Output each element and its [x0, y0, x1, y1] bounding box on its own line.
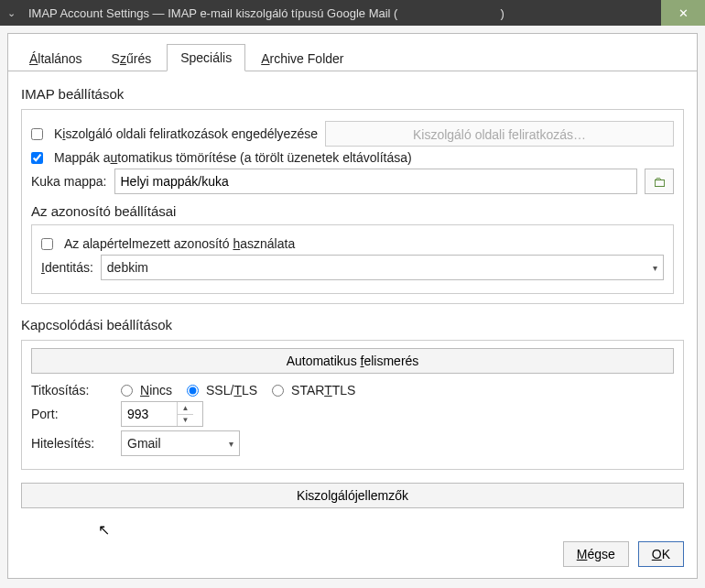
folder-icon: 🗀: [653, 174, 667, 190]
button-server-subscriptions: Kiszolgáló oldali feliratkozás…: [325, 121, 674, 147]
combo-auth[interactable]: Gmail ▾: [121, 430, 240, 456]
tab-special[interactable]: Speciális: [167, 44, 245, 71]
content-area: IMAP beállítások Kiszolgáló oldali felir…: [8, 71, 697, 508]
cursor-icon: ↖: [98, 521, 110, 539]
label-server-subscriptions: Kiszolgáló oldali feliratkozások engedél…: [54, 126, 318, 141]
window-title: IMAP Account Settings — IMAP e-mail kisz…: [25, 6, 661, 20]
chevron-down-icon: ▾: [229, 439, 233, 449]
port-down-icon[interactable]: ▼: [178, 415, 193, 427]
checkbox-use-default-identity[interactable]: [41, 238, 53, 250]
label-use-default-identity: Az alapértelmezett azonosító használata: [64, 236, 295, 251]
tab-bar: Általános Szűrés Speciális Archive Folde…: [8, 34, 697, 71]
input-port-field[interactable]: [122, 402, 177, 426]
radio-ssl-label[interactable]: SSL/TLS: [187, 383, 257, 397]
input-port[interactable]: ▲ ▼: [121, 401, 203, 427]
radio-starttls-label[interactable]: STARTTLS: [272, 383, 355, 397]
tab-archive[interactable]: Archive Folder: [247, 45, 357, 71]
port-up-icon[interactable]: ▲: [178, 402, 193, 415]
radio-none-label[interactable]: Nincs: [121, 383, 172, 397]
identity-heading: Az azonosító beállításai: [31, 203, 674, 219]
combo-identity[interactable]: debkim ▾: [101, 255, 664, 280]
checkbox-server-subscriptions[interactable]: [31, 128, 43, 140]
label-encryption: Titkosítás:: [31, 383, 114, 397]
radio-starttls[interactable]: [272, 385, 284, 397]
tab-general[interactable]: Általános: [16, 45, 96, 71]
button-browse-folder[interactable]: 🗀: [645, 169, 674, 194]
label-auth: Hitelesítés:: [31, 436, 114, 451]
radio-none[interactable]: [121, 385, 133, 397]
chevron-down-icon: ▾: [653, 263, 657, 273]
connection-heading: Kapcsolódási beállítások: [21, 317, 684, 332]
dialog-footer: Mégse OK: [563, 541, 684, 567]
close-button[interactable]: ✕: [661, 0, 705, 26]
connection-group: Automatikus felismerés Titkosítás: Nincs…: [21, 340, 684, 470]
dialog-window: Általános Szűrés Speciális Archive Folde…: [7, 33, 698, 579]
titlebar: ⌄ IMAP Account Settings — IMAP e-mail ki…: [0, 0, 705, 26]
identity-group: Az alapértelmezett azonosító használata …: [31, 224, 674, 294]
port-spinner-arrows[interactable]: ▲ ▼: [177, 402, 193, 426]
label-identity: Identitás:: [41, 260, 93, 275]
tab-filter[interactable]: Szűrés: [98, 45, 166, 71]
button-autodetect[interactable]: Automatikus felismerés: [31, 348, 674, 374]
button-server-features[interactable]: Kiszolgálójellemzők: [21, 483, 684, 508]
combo-auth-value: Gmail: [127, 436, 161, 451]
input-trash-folder[interactable]: [114, 169, 638, 194]
imap-heading: IMAP beállítások: [21, 86, 684, 102]
ok-button[interactable]: OK: [638, 541, 684, 567]
label-port: Port:: [31, 407, 114, 421]
chevron-down-icon: ⌄: [7, 7, 16, 19]
label-auto-compact: Mappák automatikus tömörítése (a törölt …: [54, 150, 412, 165]
radio-ssl[interactable]: [187, 385, 199, 397]
checkbox-auto-compact[interactable]: [31, 152, 43, 164]
cancel-button[interactable]: Mégse: [563, 541, 629, 567]
imap-group: Kiszolgáló oldali feliratkozások engedél…: [21, 109, 684, 304]
close-icon: ✕: [678, 6, 689, 20]
label-trash-folder: Kuka mappa:: [31, 174, 107, 189]
combo-identity-value: debkim: [107, 260, 148, 275]
